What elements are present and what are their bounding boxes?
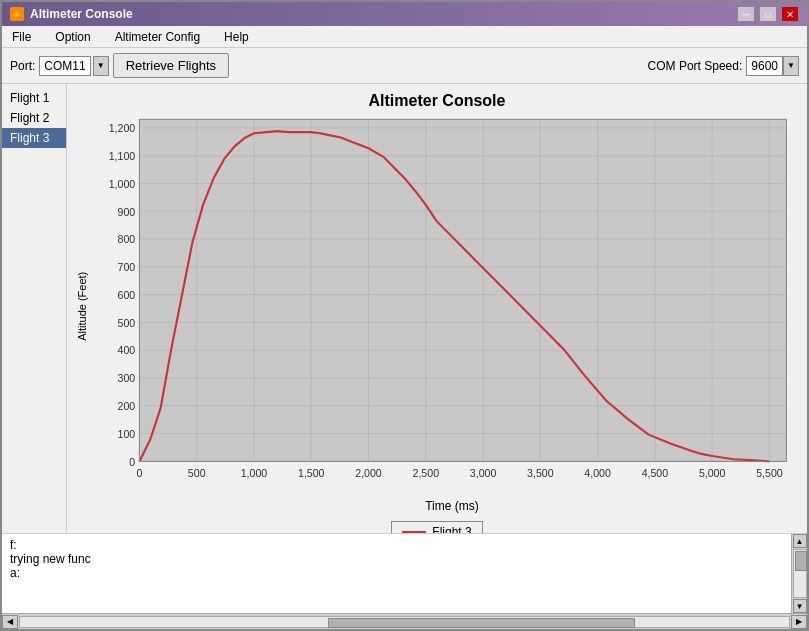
svg-text:1,000: 1,000 bbox=[241, 467, 268, 479]
chart-bg bbox=[139, 119, 786, 461]
log-line-2: trying new func bbox=[10, 552, 783, 566]
svg-text:4,000: 4,000 bbox=[584, 467, 611, 479]
log-line-3: a: bbox=[10, 566, 783, 580]
sidebar: Flight 1 Flight 2 Flight 3 bbox=[2, 84, 67, 533]
scroll-up-button[interactable]: ▲ bbox=[793, 534, 807, 548]
chart-container: Altitude (Feet) bbox=[67, 114, 807, 499]
legend-box: Flight 3 bbox=[391, 521, 482, 533]
log-content: f: trying new func a: bbox=[2, 534, 791, 613]
main-content: Flight 1 Flight 2 Flight 3 Altimeter Con… bbox=[2, 84, 807, 533]
title-bar-left: ⚡ Altimeter Console bbox=[10, 7, 133, 21]
menu-option[interactable]: Option bbox=[49, 28, 96, 46]
log-area: f: trying new func a: ▲ ▼ bbox=[2, 533, 807, 613]
hscroll-left-button[interactable]: ◀ bbox=[2, 615, 18, 629]
menu-file[interactable]: File bbox=[6, 28, 37, 46]
hscroll-track[interactable] bbox=[19, 616, 790, 628]
svg-text:0: 0 bbox=[136, 467, 142, 479]
menu-help[interactable]: Help bbox=[218, 28, 255, 46]
svg-text:300: 300 bbox=[118, 372, 136, 384]
hscroll-right-button[interactable]: ▶ bbox=[791, 615, 807, 629]
port-label: Port: bbox=[10, 59, 35, 73]
log-line-1: f: bbox=[10, 538, 783, 552]
main-window: ⚡ Altimeter Console ─ □ ✕ File Option Al… bbox=[0, 0, 809, 631]
svg-text:400: 400 bbox=[118, 344, 136, 356]
retrieve-flights-button[interactable]: Retrieve Flights bbox=[113, 53, 229, 78]
window-title: Altimeter Console bbox=[30, 7, 133, 21]
log-scrollbar: ▲ ▼ bbox=[791, 534, 807, 613]
com-speed-select[interactable]: 9600 bbox=[746, 56, 783, 76]
y-axis-label: Altitude (Feet) bbox=[67, 114, 97, 499]
scroll-down-button[interactable]: ▼ bbox=[793, 599, 807, 613]
maximize-button[interactable]: □ bbox=[759, 6, 777, 22]
svg-text:4,500: 4,500 bbox=[642, 467, 669, 479]
legend-label: Flight 3 bbox=[432, 525, 471, 533]
com-speed-label: COM Port Speed: bbox=[648, 59, 743, 73]
svg-text:700: 700 bbox=[118, 261, 136, 273]
port-value: COM11 bbox=[44, 59, 85, 73]
port-dropdown-button[interactable]: ▼ bbox=[93, 56, 109, 76]
app-icon: ⚡ bbox=[10, 7, 24, 21]
svg-text:1,100: 1,100 bbox=[109, 150, 136, 162]
svg-text:600: 600 bbox=[118, 289, 136, 301]
x-axis-label: Time (ms) bbox=[67, 499, 807, 517]
com-speed-dropdown-button[interactable]: ▼ bbox=[783, 56, 799, 76]
hscroll-thumb[interactable] bbox=[328, 618, 636, 628]
svg-text:1,500: 1,500 bbox=[298, 467, 325, 479]
port-select[interactable]: COM11 bbox=[39, 56, 90, 76]
scroll-thumb[interactable] bbox=[795, 551, 807, 571]
svg-text:2,500: 2,500 bbox=[413, 467, 440, 479]
svg-text:5,000: 5,000 bbox=[699, 467, 726, 479]
title-bar-controls: ─ □ ✕ bbox=[737, 6, 799, 22]
scroll-track[interactable] bbox=[793, 549, 807, 598]
close-button[interactable]: ✕ bbox=[781, 6, 799, 22]
horizontal-scrollbar: ◀ ▶ bbox=[2, 613, 807, 629]
chart-wrapper: 0 100 200 300 400 500 600 700 800 900 1,… bbox=[97, 114, 797, 499]
svg-text:3,500: 3,500 bbox=[527, 467, 554, 479]
svg-text:900: 900 bbox=[118, 206, 136, 218]
chart-svg: 0 100 200 300 400 500 600 700 800 900 1,… bbox=[97, 114, 797, 499]
svg-text:3,000: 3,000 bbox=[470, 467, 497, 479]
menu-altimeter-config[interactable]: Altimeter Config bbox=[109, 28, 206, 46]
sidebar-item-flight1[interactable]: Flight 1 bbox=[2, 88, 66, 108]
sidebar-item-flight3[interactable]: Flight 3 bbox=[2, 128, 66, 148]
legend-area: Flight 3 bbox=[67, 517, 807, 533]
svg-text:5,500: 5,500 bbox=[756, 467, 783, 479]
svg-text:0: 0 bbox=[129, 456, 135, 468]
svg-text:500: 500 bbox=[118, 317, 136, 329]
sidebar-item-flight2[interactable]: Flight 2 bbox=[2, 108, 66, 128]
svg-text:100: 100 bbox=[118, 428, 136, 440]
svg-text:1,200: 1,200 bbox=[109, 122, 136, 134]
toolbar: Port: COM11 ▼ Retrieve Flights COM Port … bbox=[2, 48, 807, 84]
title-bar: ⚡ Altimeter Console ─ □ ✕ bbox=[2, 2, 807, 26]
svg-text:800: 800 bbox=[118, 233, 136, 245]
svg-text:500: 500 bbox=[188, 467, 206, 479]
com-speed-value: 9600 bbox=[751, 59, 778, 73]
svg-text:2,000: 2,000 bbox=[355, 467, 382, 479]
svg-text:200: 200 bbox=[118, 400, 136, 412]
svg-text:1,000: 1,000 bbox=[109, 178, 136, 190]
menu-bar: File Option Altimeter Config Help bbox=[2, 26, 807, 48]
chart-area: Altimeter Console Altitude (Feet) bbox=[67, 84, 807, 533]
minimize-button[interactable]: ─ bbox=[737, 6, 755, 22]
chart-title: Altimeter Console bbox=[67, 84, 807, 114]
